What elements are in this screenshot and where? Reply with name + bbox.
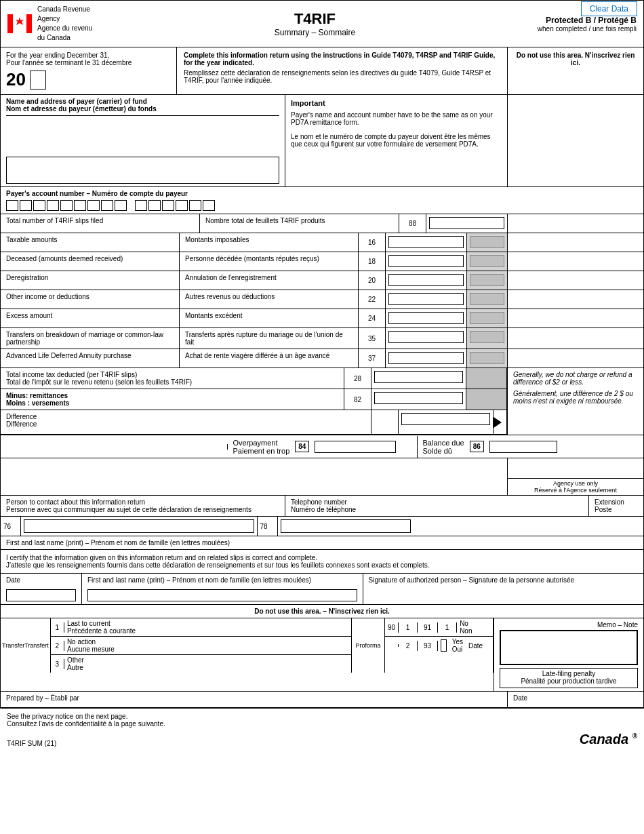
payer-important: Important Payer's name and account numbe…: [285, 95, 508, 186]
acct-box-9[interactable]: [115, 200, 127, 211]
overpay-section: Overpayment Paiement en trop 84: [228, 436, 418, 458]
input-82[interactable]: [374, 392, 463, 404]
form-body: For the year ending December 31, Pour l'…: [0, 47, 644, 709]
row-37: Advanced Life Deferred Annuity purchase …: [1, 349, 643, 368]
transfer-row-1: 1 Last to current Précédente à courante: [51, 618, 351, 637]
instructions-row: For the year ending December 31, Pour l'…: [1, 47, 643, 95]
input-93[interactable]: [441, 639, 447, 652]
year-section: For the year ending December 31, Pour l'…: [1, 47, 177, 94]
sig-date-input[interactable]: [6, 589, 76, 601]
agency-only-row: Agency use only Réservé à l'Agence seule…: [1, 458, 643, 496]
payer-address-area: Name and address of payer (carrier) of f…: [1, 95, 285, 186]
tax-row-82: Minus: remittances Moins : versements 82: [1, 389, 507, 410]
payer-address-input[interactable]: [6, 157, 279, 184]
form-title: T4RIF: [275, 10, 355, 28]
tax-row-28: Total income tax deducted (per T4RIF sli…: [1, 368, 507, 389]
proforma-row-1: 90 1 91 1 No Non: [385, 618, 493, 637]
input-18[interactable]: [388, 255, 464, 267]
payment-row: Overpayment Paiement en trop 84 Balance …: [1, 435, 643, 458]
acct-box-7[interactable]: [87, 200, 100, 211]
svg-rect-0: [7, 14, 13, 33]
form-subtitle: Summary – Sommaire: [275, 28, 355, 37]
year-input[interactable]: [30, 71, 46, 90]
acct-box-5[interactable]: [60, 200, 73, 211]
account-boxes: [6, 200, 638, 211]
acct-box-13[interactable]: [176, 200, 188, 211]
sig-name-input[interactable]: [87, 589, 357, 601]
canada-wordmark: Canada ®: [580, 732, 637, 747]
acct-box-15[interactable]: [203, 200, 215, 211]
payer-section: Name and address of payer (carrier) of f…: [1, 95, 643, 187]
certify-section: I certify that the information given on …: [1, 550, 643, 574]
acct-box-1[interactable]: [6, 200, 18, 211]
input-35[interactable]: [388, 331, 464, 343]
memo-input[interactable]: [500, 631, 637, 664]
input-difference[interactable]: [401, 413, 490, 425]
proforma-row-2: 2 93 Yes Oui Date: [385, 637, 493, 654]
acct-box-10[interactable]: [135, 200, 147, 211]
bottom-section: Transfer Transfert 1 Last to current Pré…: [1, 618, 643, 692]
arrow-icon: [494, 417, 502, 428]
input-22[interactable]: [388, 293, 464, 305]
row-20: Deregistration Annulation de l'enregistr…: [1, 271, 643, 290]
row-35: Transfers on breakdown of marriage or co…: [1, 328, 643, 349]
acct-box-12[interactable]: [162, 200, 174, 211]
row-18: Deceased (amounts deemed received) Perso…: [1, 252, 643, 271]
memo-box[interactable]: [500, 630, 638, 665]
acct-box-6[interactable]: [74, 200, 86, 211]
tax-note-area: Generally, we do not charge or refund a …: [508, 368, 643, 435]
input-24[interactable]: [388, 312, 464, 324]
balance-code: 86: [470, 441, 484, 452]
do-not-use-bar: Do not use this area. – N'inscrivez rien…: [1, 605, 643, 618]
protected-label: Protected B / Protégé B when completed /…: [538, 16, 637, 33]
field-76-78-row: 76 78: [1, 517, 643, 536]
memo-area: Memo – Note Late-filing penalty Pénalité…: [494, 618, 643, 691]
clear-data-button[interactable]: Clear Data: [581, 1, 637, 16]
agency-only-box: Agency use only Réservé à l'Agence seule…: [508, 458, 643, 495]
svg-rect-2: [26, 14, 32, 33]
canada-flag-icon: [7, 14, 32, 33]
input-overpay[interactable]: [315, 441, 396, 453]
row-16: Taxable amounts Montants imposables 16: [1, 233, 643, 252]
acct-box-8[interactable]: [101, 200, 113, 211]
acct-box-11[interactable]: [148, 200, 161, 211]
account-number-row: Payer's account number – Numéro de compt…: [1, 187, 643, 214]
footer: See the privacy notice on the next page.…: [0, 709, 644, 732]
input-76[interactable]: [24, 519, 254, 533]
instructions-text: Complete this information return using t…: [177, 47, 508, 94]
contact-row: Person to contact about this information…: [1, 496, 643, 517]
form-header: Canada Revenue Agency Agence du revenu d…: [0, 0, 644, 47]
logo-area: Canada Revenue Agency Agence du revenu d…: [7, 5, 92, 43]
overpay-code: 84: [295, 441, 309, 452]
form-title-area: T4RIF Summary – Sommaire: [275, 10, 355, 37]
acct-box-14[interactable]: [189, 200, 201, 211]
balance-section: Balance due Solde dû 86: [418, 436, 644, 458]
input-16[interactable]: [388, 236, 464, 248]
input-37[interactable]: [388, 352, 464, 364]
input-28[interactable]: [374, 371, 463, 383]
do-not-use-area: Do not use this area. N'inscrivez rien i…: [508, 47, 643, 94]
tax-section: Total income tax deducted (per T4RIF sli…: [1, 368, 643, 435]
name-label-row: First and last name (print) – Prénom et …: [1, 536, 643, 550]
input-78[interactable]: [281, 519, 411, 533]
row-22: Other income or deductions Autres revenu…: [1, 290, 643, 309]
footer-bottom: T4RIF SUM (21) Canada ®: [0, 732, 644, 747]
form-number: T4RIF SUM (21): [7, 740, 56, 747]
acct-box-3[interactable]: [33, 200, 45, 211]
prepared-row: Prepared by – Établi par Date: [1, 692, 643, 708]
acct-box-4[interactable]: [47, 200, 59, 211]
transfer-table: Transfer Transfert 1 Last to current Pré…: [1, 618, 494, 673]
late-filing-box: Late-filing penalty Pénalité pour produc…: [500, 668, 638, 688]
signature-row: Date First and last name (print) – Préno…: [1, 574, 643, 605]
input-20[interactable]: [388, 274, 464, 286]
agency-name: Canada Revenue Agency Agence du revenu d…: [37, 5, 92, 43]
year-number: 20: [6, 69, 26, 90]
input-88[interactable]: [429, 217, 504, 229]
transfer-row-2: 2 No action Aucune mesure: [51, 637, 351, 655]
transfer-row-3: 3 Other Autre: [51, 655, 351, 673]
input-balance[interactable]: [489, 441, 557, 453]
row-24: Excess amount Montants excédent 24: [1, 309, 643, 328]
difference-row: Difference Différence: [1, 410, 507, 435]
acct-box-2[interactable]: [20, 200, 32, 211]
payer-right-blank: [508, 95, 643, 186]
